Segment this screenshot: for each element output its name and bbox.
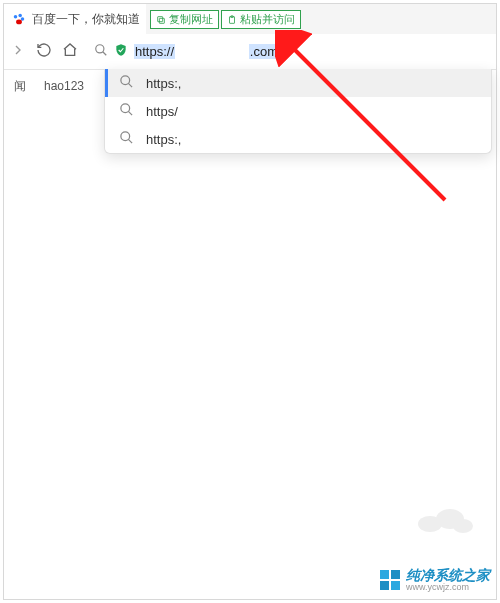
suggestion-text: https:,: [146, 76, 181, 91]
tab-title: 百度一下，你就知道: [32, 11, 140, 28]
svg-rect-8: [159, 18, 164, 23]
svg-point-6: [121, 104, 130, 113]
reload-icon[interactable]: [36, 42, 52, 62]
svg-rect-9: [158, 16, 163, 21]
watermark-logo-icon: [380, 570, 400, 590]
svg-point-5: [121, 76, 130, 85]
svg-point-7: [121, 132, 130, 141]
svg-point-2: [21, 17, 25, 21]
suggestion-item[interactable]: https/: [105, 97, 491, 125]
svg-point-15: [453, 519, 473, 533]
watermark: 纯净系统之家 www.ycwjz.com: [380, 568, 490, 593]
forward-icon[interactable]: [10, 42, 26, 62]
bookmark-bar: 闻 hao123: [4, 72, 94, 100]
nav-controls: [10, 42, 78, 62]
svg-point-1: [18, 14, 22, 18]
watermark-url: www.ycwjz.com: [406, 583, 490, 593]
suggestion-item[interactable]: https:,: [105, 69, 491, 97]
browser-tab[interactable]: 百度一下，你就知道: [4, 4, 146, 34]
suggestion-text: https/: [146, 104, 178, 119]
search-icon: [94, 43, 108, 60]
url-prefix: https://: [134, 44, 175, 59]
url-mask: [181, 44, 243, 59]
baidu-favicon: [12, 12, 26, 26]
svg-point-4: [96, 45, 104, 53]
bookmark-item[interactable]: hao123: [44, 79, 84, 93]
paste-visit-label: 粘贴并访问: [240, 12, 295, 27]
suggestion-item[interactable]: https:,: [105, 125, 491, 153]
watermark-title: 纯净系统之家: [406, 568, 490, 583]
svg-point-3: [16, 20, 22, 25]
url-context-menu: 复制网址 粘贴并访问: [150, 10, 301, 29]
suggestion-dropdown: https:, https/ https:,: [104, 69, 492, 154]
paste-visit-button[interactable]: 粘贴并访问: [221, 10, 301, 29]
cloud-decoration: [415, 504, 475, 538]
toolbar: https:// .com: [4, 34, 496, 70]
address-bar[interactable]: https:// .com: [86, 38, 490, 66]
url-suffix: .com: [249, 44, 279, 59]
copy-url-label: 复制网址: [169, 12, 213, 27]
copy-url-button[interactable]: 复制网址: [150, 10, 219, 29]
search-icon: [119, 74, 134, 92]
svg-point-0: [14, 15, 18, 18]
home-icon[interactable]: [62, 42, 78, 62]
address-bar-wrap: https:// .com: [86, 38, 490, 66]
shield-icon: [114, 43, 128, 60]
suggestion-text: https:,: [146, 132, 181, 147]
bookmark-item[interactable]: 闻: [14, 78, 26, 95]
search-icon: [119, 102, 134, 120]
search-icon: [119, 130, 134, 148]
